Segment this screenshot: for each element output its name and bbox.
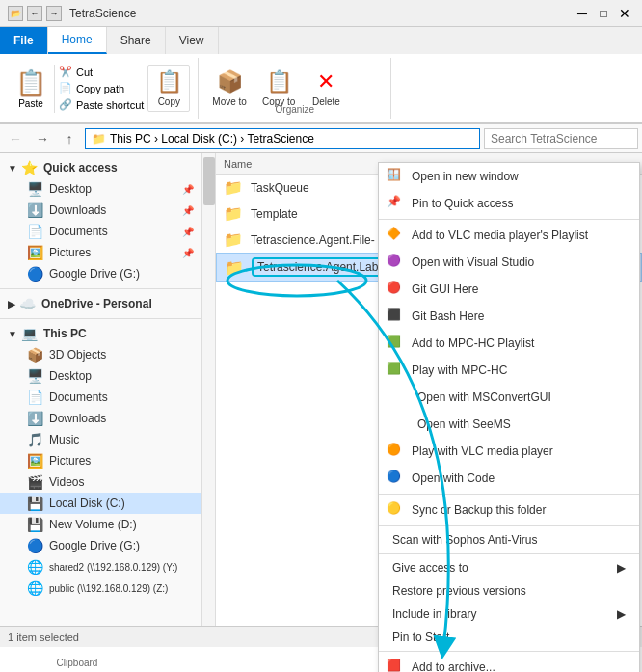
pictures-pc-icon: 🖼️ bbox=[27, 453, 43, 469]
ctx-sync-backup[interactable]: 🟡 Sync or Backup this folder bbox=[379, 497, 639, 524]
sidebar-item-documents-pc[interactable]: 📄 Documents bbox=[0, 387, 201, 408]
ctx-git-bash[interactable]: ⬛ Git Bash Here bbox=[379, 303, 639, 330]
back-icon-small[interactable]: ← bbox=[27, 6, 42, 21]
new-volume-icon: 💾 bbox=[27, 517, 43, 532]
ctx-vlc-label: Add to VLC media player's Playlist bbox=[412, 228, 588, 242]
paste-button[interactable]: 📋 Paste bbox=[8, 65, 55, 113]
folder-icon-template: 📁 bbox=[224, 204, 243, 223]
sidebar-item-pictures[interactable]: 🖼️ Pictures 📌 bbox=[0, 242, 201, 263]
cut-label: Cut bbox=[76, 67, 93, 78]
ctx-sep-4 bbox=[379, 553, 639, 554]
sidebar-item-documents[interactable]: 📄 Documents 📌 bbox=[0, 221, 201, 242]
title-bar-icons: 📂 ← → bbox=[8, 6, 62, 21]
ctx-scan-sophos[interactable]: Scan with Sophos Anti-Virus bbox=[379, 528, 639, 551]
vertical-scrollbar[interactable] bbox=[202, 153, 216, 626]
sidebar-item-new-volume[interactable]: 💾 New Volume (D:) bbox=[0, 514, 201, 535]
minimize-button[interactable]: ─ bbox=[573, 5, 592, 22]
paste-shortcut-label: Paste shortcut bbox=[76, 99, 144, 111]
ctx-restore-versions[interactable]: Restore previous versions bbox=[379, 579, 639, 603]
sidebar-item-pictures-pc[interactable]: 🖼️ Pictures bbox=[0, 450, 201, 471]
back-button[interactable]: ← bbox=[4, 127, 27, 150]
forward-icon-small[interactable]: → bbox=[46, 6, 62, 21]
sidebar-item-google-drive-pc[interactable]: 🔵 Google Drive (G:) bbox=[0, 535, 201, 556]
vscode-icon: 🔵 bbox=[387, 470, 404, 487]
sidebar-item-google-drive[interactable]: 🔵 Google Drive (G:) bbox=[0, 263, 201, 284]
ctx-add-archive[interactable]: 🟥 Add to archive... bbox=[379, 654, 639, 672]
this-pc-header[interactable]: ▼ 💻 This PC bbox=[0, 323, 201, 344]
quick-access-icon[interactable]: 📂 bbox=[8, 6, 23, 21]
ctx-open-new-window[interactable]: 🪟 Open in new window bbox=[379, 163, 639, 190]
paste-shortcut-button[interactable]: 🔗 Paste shortcut bbox=[55, 96, 147, 113]
downloads-pc-icon: ⬇️ bbox=[27, 411, 43, 426]
sidebar-item-local-disk[interactable]: 💾 Local Disk (C:) bbox=[0, 493, 201, 514]
ctx-play-mpc-label: Play with MPC-HC bbox=[412, 363, 507, 377]
organize-group: 📦 Move to 📋 Copy to ✕ Delete Organize bbox=[199, 58, 391, 119]
search-input[interactable] bbox=[484, 128, 638, 149]
maximize-button[interactable]: □ bbox=[594, 5, 613, 22]
forward-button[interactable]: → bbox=[31, 127, 54, 150]
address-path[interactable]: 📁 This PC › Local Disk (C:) › TetraScien… bbox=[85, 128, 480, 149]
ctx-vlc-play[interactable]: 🟠 Play with VLC media player bbox=[379, 438, 639, 465]
tab-view[interactable]: View bbox=[166, 27, 219, 54]
sidebar-item-desktop-pc[interactable]: 🖥️ Desktop bbox=[0, 365, 201, 387]
address-bar: ← → ↑ 📁 This PC › Local Disk (C:) › Tetr… bbox=[0, 124, 642, 153]
sidebar-item-videos[interactable]: 🎬 Videos bbox=[0, 471, 201, 493]
vlc-play-icon: 🟠 bbox=[387, 443, 404, 460]
tab-file[interactable]: File bbox=[0, 27, 48, 54]
ctx-git-gui[interactable]: 🔴 Git GUI Here bbox=[379, 276, 639, 303]
ctx-play-mpc[interactable]: 🟩 Play with MPC-HC bbox=[379, 357, 639, 384]
downloads-label: Downloads bbox=[49, 203, 106, 217]
ctx-pin-start[interactable]: Pin to Start bbox=[379, 626, 639, 649]
sidebar-item-3d-objects[interactable]: 📦 3D Objects bbox=[0, 344, 201, 365]
ctx-scan-label: Scan with Sophos Anti-Virus bbox=[392, 533, 538, 547]
public-label: public (\\192.168.0.129) (Z:) bbox=[49, 583, 168, 594]
ctx-msconvert[interactable]: Open with MSConvertGUI bbox=[379, 384, 639, 411]
pin-icon-dl: 📌 bbox=[182, 205, 194, 216]
ctx-give-access[interactable]: Give access to ▶ bbox=[379, 556, 639, 579]
google-drive-pc-icon: 🔵 bbox=[27, 538, 43, 553]
close-button[interactable]: ✕ bbox=[615, 5, 634, 22]
ctx-seems[interactable]: Open with SeeMS bbox=[379, 411, 639, 438]
ctx-pin-quick-access[interactable]: 📌 Pin to Quick access bbox=[379, 190, 639, 217]
sidebar-item-downloads-pc[interactable]: ⬇️ Downloads bbox=[0, 408, 201, 429]
this-pc-label: This PC bbox=[43, 327, 87, 340]
desktop-label: Desktop bbox=[49, 182, 92, 196]
address-text: This PC › Local Disk (C:) › TetraScience bbox=[110, 132, 314, 146]
ctx-open-code[interactable]: 🔵 Open with Code bbox=[379, 465, 639, 492]
chevron-onedrive-icon: ▶ bbox=[8, 299, 15, 309]
ctx-include-label: Include in library bbox=[392, 607, 476, 621]
archive-icon: 🟥 bbox=[387, 659, 404, 672]
ctx-vlc-playlist[interactable]: 🔶 Add to VLC media player's Playlist bbox=[379, 222, 639, 249]
quick-access-header[interactable]: ▼ ⭐ Quick access bbox=[0, 157, 201, 178]
tab-share[interactable]: Share bbox=[107, 27, 166, 54]
paste-shortcut-icon: 🔗 bbox=[59, 98, 72, 111]
up-button[interactable]: ↑ bbox=[58, 127, 81, 150]
file-name-template: Template bbox=[251, 207, 298, 221]
tab-home[interactable]: Home bbox=[48, 27, 107, 54]
sidebar-item-public[interactable]: 🌐 public (\\192.168.0.129) (Z:) bbox=[0, 578, 201, 599]
onedrive-header[interactable]: ▶ ☁️ OneDrive - Personal bbox=[0, 293, 201, 314]
ctx-open-code-label: Open with Code bbox=[412, 471, 495, 485]
ctx-mpc-playlist[interactable]: 🟩 Add to MPC-HC Playlist bbox=[379, 330, 639, 357]
sidebar-item-shared2[interactable]: 🌐 shared2 (\\192.168.0.129) (Y:) bbox=[0, 556, 201, 578]
vs-icon: 🟣 bbox=[387, 254, 404, 271]
copy-path-button[interactable]: 📄 Copy path bbox=[55, 80, 147, 96]
scroll-thumb[interactable] bbox=[203, 157, 215, 205]
folder-icon-agent-file: 📁 bbox=[224, 230, 243, 249]
copy-button[interactable]: 📋 Copy bbox=[147, 65, 190, 112]
clipboard-group: 📋 Paste ✂️ Cut 📄 Copy path 🔗 Paste short… bbox=[0, 58, 199, 119]
pin-icon-pic: 📌 bbox=[182, 248, 194, 258]
git-gui-icon: 🔴 bbox=[387, 281, 404, 298]
ctx-include-library[interactable]: Include in library ▶ bbox=[379, 603, 639, 626]
sidebar-item-downloads[interactable]: ⬇️ Downloads 📌 bbox=[0, 200, 201, 221]
onedrive-label: OneDrive - Personal bbox=[41, 297, 152, 310]
git-bash-icon: ⬛ bbox=[387, 308, 404, 325]
ctx-visual-studio[interactable]: 🟣 Open with Visual Studio bbox=[379, 249, 639, 276]
cut-button[interactable]: ✂️ Cut bbox=[55, 64, 147, 80]
copy-path-icon: 📄 bbox=[59, 82, 72, 94]
music-icon: 🎵 bbox=[27, 432, 43, 447]
sidebar-item-music[interactable]: 🎵 Music bbox=[0, 429, 201, 450]
play-mpc-icon: 🟩 bbox=[387, 362, 404, 379]
sidebar-item-desktop[interactable]: 🖥️ Desktop 📌 bbox=[0, 178, 201, 200]
ctx-sync-label: Sync or Backup this folder bbox=[412, 503, 546, 517]
